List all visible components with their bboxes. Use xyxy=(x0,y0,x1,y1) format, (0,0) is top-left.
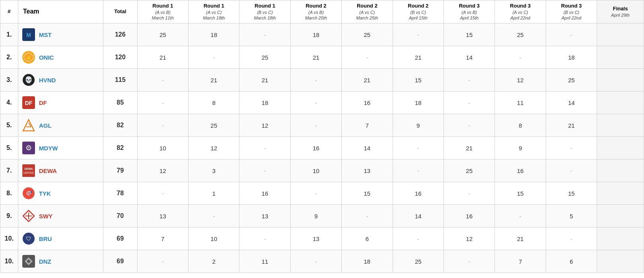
total-cell: 82 xyxy=(103,114,137,137)
team-name-label: SWY xyxy=(39,213,53,220)
score-cell: 18 xyxy=(342,250,393,273)
score-cell-empty: - xyxy=(444,91,494,114)
score-cell: 18 xyxy=(188,23,239,46)
logo-mst-icon: M xyxy=(21,27,36,42)
rank-cell: 8. xyxy=(0,182,18,205)
score-cell: 12 xyxy=(188,137,239,159)
team-cell: 🎯TYK xyxy=(18,182,103,205)
team-name-label: DNZ xyxy=(39,258,51,265)
finals-cell xyxy=(597,46,644,69)
score-cell: 14 xyxy=(444,46,494,69)
score-cell-empty: - xyxy=(239,23,290,46)
score-cell: 21 xyxy=(239,69,290,91)
score-cell-empty: - xyxy=(290,69,341,91)
score-cell-empty: - xyxy=(137,250,188,273)
header-round-1: Round 1(A vs B)March 11th xyxy=(137,0,188,23)
score-cell: 10 xyxy=(188,227,239,250)
score-cell: 10 xyxy=(290,159,341,182)
score-cell: 13 xyxy=(137,205,188,227)
svg-rect-14 xyxy=(22,164,35,177)
score-cell: 15 xyxy=(444,23,494,46)
rank-cell: 3. xyxy=(0,69,18,91)
score-cell: 21 xyxy=(290,46,341,69)
score-cell: 25 xyxy=(342,23,393,46)
score-cell-empty: - xyxy=(342,46,393,69)
score-cell: 7 xyxy=(342,114,393,137)
score-cell: 12 xyxy=(137,159,188,182)
team-cell: 💀HVND xyxy=(18,69,103,91)
score-cell: 25 xyxy=(239,46,290,69)
table-row: 7.DEWAUNITEDDEWA79123-1013-2516- xyxy=(0,159,644,182)
svg-text:⚙: ⚙ xyxy=(25,144,32,152)
rank-cell: 10. xyxy=(0,227,18,250)
standings-table-container: #TeamTotalRound 1(A vs B)March 11thRound… xyxy=(0,0,644,273)
total-cell: 126 xyxy=(103,23,137,46)
score-cell: 16 xyxy=(290,137,341,159)
table-row: 5.AGL82-2512-79-821 xyxy=(0,114,644,137)
score-cell: 18 xyxy=(546,46,597,69)
rank-cell: 2. xyxy=(0,46,18,69)
score-cell: 13 xyxy=(342,159,393,182)
rank-cell: 1. xyxy=(0,23,18,46)
score-cell: 8 xyxy=(495,114,546,137)
team-name-label: DEWA xyxy=(39,167,57,174)
logo-dnz-icon xyxy=(21,254,36,268)
score-cell: 9 xyxy=(393,114,444,137)
team-cell: AGL xyxy=(18,114,103,137)
score-cell: 14 xyxy=(546,91,597,114)
total-cell: 120 xyxy=(103,46,137,69)
team-cell: SWY xyxy=(18,205,103,227)
score-cell-empty: - xyxy=(137,114,188,137)
score-cell: 15 xyxy=(546,182,597,205)
score-cell: 6 xyxy=(342,227,393,250)
score-cell: 5 xyxy=(546,205,597,227)
score-cell: 8 xyxy=(188,91,239,114)
logo-onic-icon: ⚡ xyxy=(21,50,36,64)
score-cell: 6 xyxy=(546,250,597,273)
score-cell: 1 xyxy=(188,182,239,205)
score-cell: 12 xyxy=(239,114,290,137)
score-cell-empty: - xyxy=(546,159,597,182)
score-cell: 21 xyxy=(546,114,597,137)
rank-cell: 10. xyxy=(0,250,18,273)
score-cell-empty: - xyxy=(393,159,444,182)
score-cell-empty: - xyxy=(393,23,444,46)
score-cell: 25 xyxy=(495,23,546,46)
score-cell-empty: - xyxy=(546,227,597,250)
finals-cell xyxy=(597,205,644,227)
finals-cell xyxy=(597,69,644,91)
team-name-label: BRU xyxy=(39,235,52,242)
score-cell: 25 xyxy=(188,114,239,137)
score-cell: 10 xyxy=(137,137,188,159)
standings-table: #TeamTotalRound 1(A vs B)March 11thRound… xyxy=(0,0,644,273)
team-name-label: ONIC xyxy=(39,54,54,61)
header-rank: # xyxy=(0,0,18,23)
total-cell: 79 xyxy=(103,159,137,182)
header-total: Total xyxy=(103,0,137,23)
table-row: 5.⚙MDYW821012-1614-219- xyxy=(0,137,644,159)
score-cell-empty: - xyxy=(290,114,341,137)
header-finals: FinalsApril 29th xyxy=(597,0,644,23)
header-round-4: Round 2(A vs B)March 25th xyxy=(290,0,341,23)
table-row: 9.SWY7013-139-1416-5 xyxy=(0,205,644,227)
header-round-5: Round 2(A vs C)March 25th xyxy=(342,0,393,23)
finals-cell xyxy=(597,91,644,114)
score-cell: 9 xyxy=(290,205,341,227)
score-cell: 16 xyxy=(393,182,444,205)
logo-df-icon: DF xyxy=(21,95,36,110)
score-cell: 25 xyxy=(546,69,597,91)
score-cell: 15 xyxy=(495,182,546,205)
score-cell-empty: - xyxy=(342,205,393,227)
score-cell: 12 xyxy=(444,227,494,250)
team-cell: ⚡ONIC xyxy=(18,46,103,69)
table-row: 8.🎯TYK78-116-1516-1515 xyxy=(0,182,644,205)
team-cell: DFDF xyxy=(18,91,103,114)
team-cell: 🛡BRU xyxy=(18,227,103,250)
score-cell-empty: - xyxy=(444,114,494,137)
svg-text:DEWA: DEWA xyxy=(24,167,33,170)
score-cell: 15 xyxy=(393,69,444,91)
score-cell-empty: - xyxy=(393,137,444,159)
score-cell: 16 xyxy=(444,205,494,227)
score-cell: 18 xyxy=(393,91,444,114)
logo-bru-icon: 🛡 xyxy=(21,231,36,246)
